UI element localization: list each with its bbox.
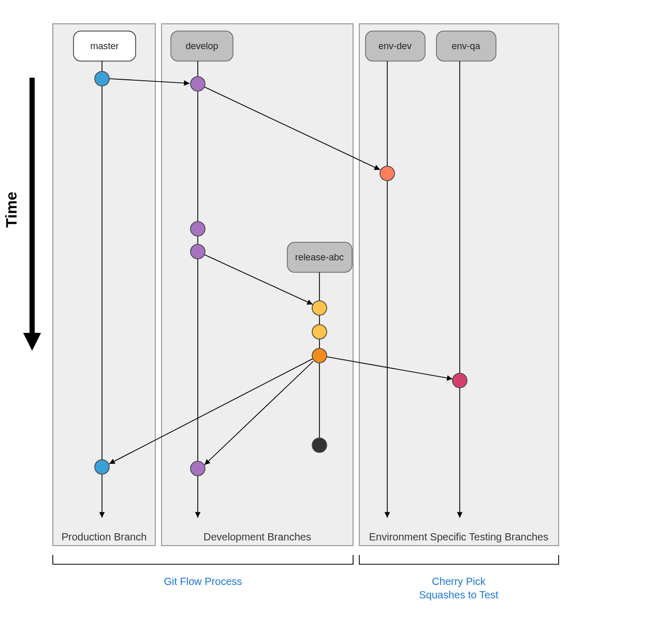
panel-environment [359, 24, 559, 546]
branch-env-dev: env-dev [366, 31, 425, 61]
branch-env-qa-label: env-qa [451, 41, 480, 51]
commit-m2 [95, 460, 109, 474]
branch-env-qa: env-qa [436, 31, 496, 61]
caption-gitflow: Git Flow Process [164, 576, 242, 587]
branch-develop-label: develop [185, 41, 218, 51]
branch-release-label: release-abc [295, 252, 344, 262]
commit-r4 [312, 438, 327, 452]
branch-master-label: master [90, 41, 119, 51]
commit-d3 [191, 244, 205, 259]
caption-cherry-2: Squashes to Test [419, 589, 499, 600]
commit-q1 [452, 373, 467, 388]
commit-d4 [191, 461, 205, 476]
commit-r2 [312, 325, 327, 339]
commit-e1 [380, 166, 395, 181]
commit-r3 [312, 348, 327, 363]
time-label: Time [3, 192, 20, 227]
git-branch-diagram: Time master develop release-abc env-dev … [0, 0, 672, 630]
time-axis: Time [3, 78, 32, 342]
caption-cherry-1: Cherry Pick [432, 576, 486, 587]
bracket-gitflow [53, 555, 353, 564]
branch-master: master [74, 31, 136, 61]
commit-d1 [191, 77, 205, 91]
branch-env-dev-label: env-dev [378, 41, 412, 51]
commit-d2 [191, 222, 205, 236]
label-environment: Environment Specific Testing Branches [369, 531, 548, 543]
label-development: Development Branches [203, 531, 311, 543]
branch-release: release-abc [287, 242, 352, 272]
branch-develop: develop [171, 31, 233, 61]
commit-m1 [95, 71, 109, 86]
commit-r1 [312, 301, 327, 315]
bracket-cherry [359, 555, 559, 564]
label-production: Production Branch [62, 531, 147, 543]
